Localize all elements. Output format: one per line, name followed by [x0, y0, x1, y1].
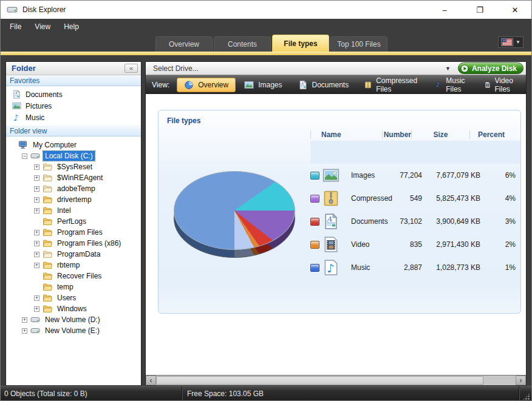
tree-item-temp[interactable]: temp — [6, 281, 141, 292]
expand-icon[interactable]: + — [34, 295, 39, 301]
drive-select-combobox[interactable]: Select Drive... — [153, 64, 445, 73]
tree-item-my-computer[interactable]: My Computer — [6, 140, 141, 150]
analyze-disk-label: Analyze Disk — [472, 64, 517, 73]
expand-icon[interactable]: + — [34, 197, 39, 203]
file-type-row-music[interactable]: ♪Music2,8871,028,773 KB1% — [159, 256, 520, 279]
disk-icon — [30, 326, 40, 335]
tree-item-recover-files[interactable]: Recover Files — [6, 271, 141, 281]
folder-icon — [43, 293, 52, 303]
column-header-name[interactable]: Name — [310, 130, 382, 139]
expand-icon[interactable]: + — [34, 208, 39, 214]
expand-icon[interactable]: + — [34, 175, 39, 181]
tree-item-label: temp — [55, 282, 75, 292]
tree-item-label: PerfLogs — [55, 217, 88, 226]
collapse-icon[interactable]: − — [22, 153, 27, 159]
title-bar: Disk Explorer – ❐ ✕ — [1, 1, 531, 19]
view-button-music-files[interactable]: ♪Music Files — [428, 78, 476, 92]
tree-item-users[interactable]: +Users — [6, 292, 141, 303]
tree-item-label: Program Files (x86) — [55, 238, 123, 248]
image-icon — [12, 101, 21, 110]
tree-item-label: New Volume (D:) — [43, 315, 102, 325]
maximize-button[interactable]: ❐ — [476, 5, 484, 15]
horizontal-scrollbar[interactable]: ‹ › — [146, 375, 526, 385]
video-icon — [322, 236, 339, 253]
zip-icon — [364, 80, 372, 90]
expand-icon[interactable]: + — [34, 263, 39, 268]
menu-file[interactable]: File — [3, 19, 28, 35]
column-header-number[interactable]: Number — [382, 130, 411, 139]
column-header-size[interactable]: Size — [411, 130, 469, 139]
tree-item-label: Users — [55, 293, 78, 303]
tree-item-label: drivertemp — [55, 195, 94, 204]
cell-number: 73,102 — [393, 217, 422, 226]
tab-top-100-files[interactable]: Top 100 Files — [330, 36, 387, 52]
view-button-images[interactable]: Images — [237, 78, 289, 92]
tree-item-intel[interactable]: +Intel — [6, 205, 141, 216]
tree-item-new-volume-e[interactable]: +New Volume (E:) — [6, 325, 141, 336]
tree-item-local-disk-c[interactable]: −Local Disk (C:) — [6, 150, 141, 161]
drive-dropdown-icon[interactable]: ▼ — [445, 66, 451, 72]
tab-file-types[interactable]: File types — [272, 35, 329, 52]
tree-item-programdata[interactable]: +ProgramData — [6, 249, 141, 260]
favorite-documents[interactable]: ADocuments — [6, 89, 141, 100]
document-icon: A — [322, 213, 339, 230]
scroll-right-button[interactable]: › — [516, 376, 526, 385]
expand-icon[interactable]: + — [34, 306, 39, 312]
expand-icon[interactable]: + — [22, 317, 27, 323]
tab-contents[interactable]: Contents — [214, 36, 271, 52]
tree-item-winreagent[interactable]: +$WinREAgent — [6, 172, 141, 183]
view-button-overview[interactable]: Overview — [177, 78, 236, 92]
objects-status: 0 Objects (Total size: 0 B) — [1, 389, 182, 398]
view-button-documents[interactable]: ADocuments — [291, 78, 356, 92]
app-disk-icon — [7, 4, 18, 15]
minimize-button[interactable]: – — [440, 5, 449, 15]
expand-icon[interactable]: + — [34, 252, 39, 257]
tree-item-program-files-x86[interactable]: +Program Files (x86) — [6, 238, 141, 249]
view-button-label: Overview — [198, 81, 228, 89]
expand-icon[interactable]: + — [34, 241, 39, 246]
folder-sidebar: Folder « Favorites ADocumentsPictures♪Mu… — [5, 61, 142, 386]
menu-view[interactable]: View — [28, 19, 57, 35]
legend-swatch-video — [310, 241, 319, 249]
favorite-music[interactable]: ♪Music — [6, 112, 141, 123]
scrollbar-track[interactable] — [156, 376, 516, 385]
table-header-row: Name Number Size Percent — [159, 129, 520, 141]
favorite-pictures[interactable]: Pictures — [6, 100, 141, 112]
tree-item-program-files[interactable]: +Program Files — [6, 227, 141, 238]
expand-icon[interactable]: + — [34, 186, 39, 192]
menu-help[interactable]: Help — [57, 19, 86, 35]
tree-item-sysreset[interactable]: +$SysReset — [6, 161, 141, 172]
legend-swatch-music — [310, 264, 319, 272]
analyze-disk-button[interactable]: Analyze Disk — [458, 62, 523, 74]
favorite-label: Pictures — [26, 102, 52, 110]
tree-item-drivertemp[interactable]: +drivertemp — [6, 194, 141, 205]
tree-item-new-volume-d[interactable]: +New Volume (D:) — [6, 314, 141, 325]
tree-item-windows[interactable]: +Windows — [6, 303, 141, 314]
disk-icon — [30, 151, 40, 161]
expand-icon[interactable]: + — [34, 164, 39, 170]
view-button-video-files[interactable]: Video Files — [477, 78, 524, 92]
sidebar-collapse-button[interactable]: « — [124, 64, 138, 73]
cell-name: Video — [344, 240, 393, 249]
tab-overview[interactable]: Overview — [155, 36, 213, 52]
tree-item-perflogs[interactable]: PerfLogs — [6, 216, 141, 227]
view-button-label: Images — [258, 81, 282, 89]
cell-size: 7,677,079 KB — [422, 171, 480, 180]
view-button-compressed-files[interactable]: Compressed Files — [357, 78, 427, 92]
column-header-percent[interactable]: Percent — [469, 130, 505, 139]
expand-icon[interactable]: + — [22, 328, 27, 334]
scroll-left-button[interactable]: ‹ — [146, 376, 156, 385]
language-dropdown-icon[interactable]: ▼ — [516, 39, 520, 45]
tree-item-rbtemp[interactable]: +rbtemp — [6, 260, 141, 271]
close-button[interactable]: ✕ — [511, 5, 519, 15]
resize-grip-icon[interactable] — [522, 393, 530, 400]
folder-icon — [43, 271, 52, 281]
tree-item-label: My Computer — [31, 140, 78, 150]
language-selector[interactable]: ▼ — [498, 36, 523, 48]
cell-name: Images — [344, 171, 393, 180]
view-button-label: Video Files — [494, 76, 517, 93]
sidebar-title: Folder — [9, 64, 36, 73]
tree-item-adobetemp[interactable]: +adobeTemp — [6, 183, 141, 194]
expand-icon[interactable]: + — [34, 230, 39, 235]
scrollbar-thumb[interactable] — [156, 376, 483, 385]
